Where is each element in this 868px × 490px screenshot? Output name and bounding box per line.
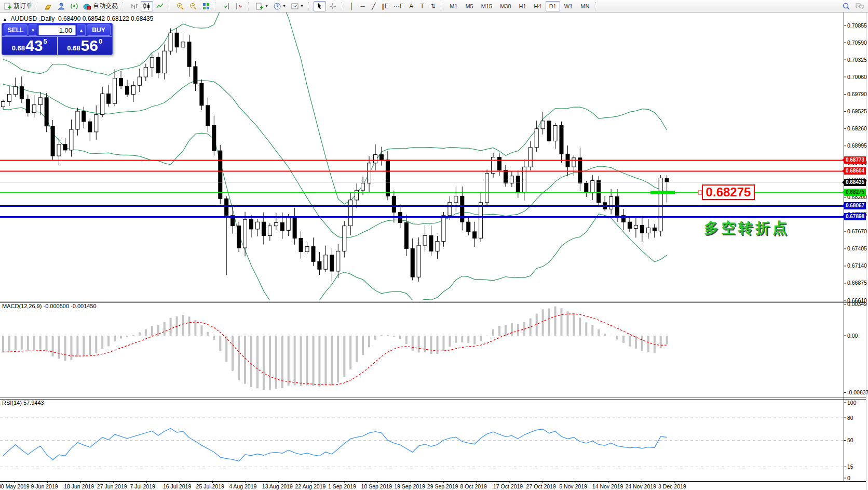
date-tick: 30 May 2019 [0,483,30,489]
person-icon [57,2,65,10]
rsi-tick: 80 [847,415,853,421]
price-label-pivot: 0.68275 [844,189,866,196]
one-click-trading-panel: SELL ▼ 1.00 ▲ BUY 0.68 43 5 0.68 56 0 [2,23,113,55]
macd-tick: 0.00 [847,333,858,339]
signals-button[interactable] [68,1,80,11]
template-button[interactable]: ▼ [289,1,306,11]
draw-tools-group: │─╱∥E⋯FAT⇅ [347,1,438,11]
date-tick: 14 Nov 2019 [592,483,623,489]
separator [215,2,218,10]
fibonacci-tool[interactable]: ⋯F [391,1,405,11]
gold-icon [44,2,52,10]
auto-scroll-icon [235,2,243,10]
new-order-icon [4,2,12,10]
rsi-tick: 15 [847,463,853,470]
volume-input[interactable]: 1.00 [38,25,76,35]
tile-windows-button[interactable] [200,1,212,11]
date-tick: 18 Jun 2019 [64,483,94,489]
zoom-out-icon [189,2,197,10]
separator [37,2,39,10]
volume-decrease-button[interactable]: ▼ [29,24,37,36]
rsi-indicator-label: RSI(14) 57.9443 [2,400,44,406]
buy-button[interactable]: BUY [87,24,111,36]
date-tick: 3 Dec 2019 [658,483,686,489]
pivot-price-text-box[interactable]: 0.68275 [702,184,755,200]
vertical-line-tool-icon: │ [350,3,354,10]
trendline-tool-icon: ╱ [372,3,375,10]
search-button[interactable] [840,1,852,11]
date-tick: 16 Jul 2019 [163,483,191,489]
candlestick-chart-button[interactable] [141,1,153,11]
timeframe-w1[interactable]: W1 [561,1,577,11]
date-tick: 1 Sep 2019 [328,483,356,489]
cursor-button[interactable] [314,1,326,11]
horizontal-line-tool[interactable]: ─ [358,1,368,11]
volume-increase-button[interactable]: ▲ [77,24,86,36]
arrows-tool[interactable]: ⇅ [428,1,438,11]
timeframe-m1[interactable]: M1 [446,1,461,11]
price-label-support1: 0.68067 [844,202,866,209]
main-toolbar: 新订单 自动交易 ▼ ▼ ▼ [0,0,868,12]
timeframe-h4[interactable]: H4 [531,1,545,11]
crosshair-button[interactable] [327,1,339,11]
turning-point-note[interactable]: 多空转折点 [704,220,790,236]
chart-background [0,12,868,490]
new-order-label: 新订单 [13,2,32,10]
chart-canvas[interactable]: 0.708550.705900.703250.700600.697900.695… [0,12,868,490]
sell-price[interactable]: 0.68 43 5 [2,37,57,55]
date-tick: 24 Nov 2019 [625,483,656,489]
chart-title: ▲ AUDUSD-,Daily 0.68490 0.68542 0.68122 … [3,15,153,22]
collapse-panel-icon[interactable]: ▲ [3,17,7,22]
timeframe-m15[interactable]: M15 [478,1,496,11]
new-order-button[interactable]: 新订单 [2,1,34,11]
chart-shift-button[interactable] [220,1,233,11]
clock-icon [273,2,281,10]
equidistant-channel-tool-icon: ∥E [382,3,389,10]
timeframe-m5[interactable]: M5 [462,1,477,11]
line-chart-button[interactable] [154,1,166,11]
trendline-tool[interactable]: ╱ [369,1,379,11]
tile-windows-icon [202,2,210,10]
signal-icon [70,2,78,10]
date-tick: 5 Nov 2019 [559,483,587,489]
history-center-button[interactable] [42,1,55,11]
zoom-out-button[interactable] [187,1,199,11]
timeframe-d1[interactable]: D1 [546,1,560,11]
price-tick: 0.67670 [847,228,867,234]
buy-price[interactable]: 0.68 56 0 [58,37,113,55]
date-tick: 7 Jul 2019 [130,483,155,489]
price-tick: 0.68995 [847,142,867,149]
date-tick: 8 Oct 2019 [460,483,487,489]
rsi-tick: 0 [847,475,850,481]
zoom-in-button[interactable] [174,1,186,11]
equidistant-channel-tool[interactable]: ∥E [379,1,391,11]
candlestick-chart-icon [143,2,151,10]
timeframe-m30[interactable]: M30 [496,1,514,11]
date-tick: 27 Jun 2019 [97,483,127,489]
price-tick: 0.70855 [847,22,867,29]
price-tick: 0.70060 [847,74,867,80]
autotrade-button[interactable]: 自动交易 [81,1,120,11]
autotrade-icon [83,2,91,10]
vertical-line-tool[interactable]: │ [347,1,357,11]
text-label-tool[interactable]: T [417,1,427,11]
date-tick: 13 Aug 2019 [262,483,293,489]
timeframe-mn[interactable]: MN [577,1,593,11]
dropdown-caret: ▼ [300,4,304,8]
text-tool-icon: A [409,3,413,10]
separator [123,2,125,10]
new-template-button[interactable]: ▼ [253,1,270,11]
chat-button[interactable] [853,1,866,11]
timeframe-h1[interactable]: H1 [516,1,530,11]
text-box-anchor[interactable] [698,191,702,194]
text-tool[interactable]: A [406,1,416,11]
accounts-button[interactable] [55,1,67,11]
buy-price-pips: 56 [81,38,98,53]
timeframes-group: M1M5M15M30H1H4D1W1MN [446,1,593,11]
sell-button[interactable]: SELL [4,24,28,36]
auto-scroll-button[interactable] [233,1,246,11]
bar-chart-button[interactable] [128,1,140,11]
separator [169,2,171,10]
period-button[interactable]: ▼ [271,1,288,11]
template-chart-icon [291,2,299,10]
